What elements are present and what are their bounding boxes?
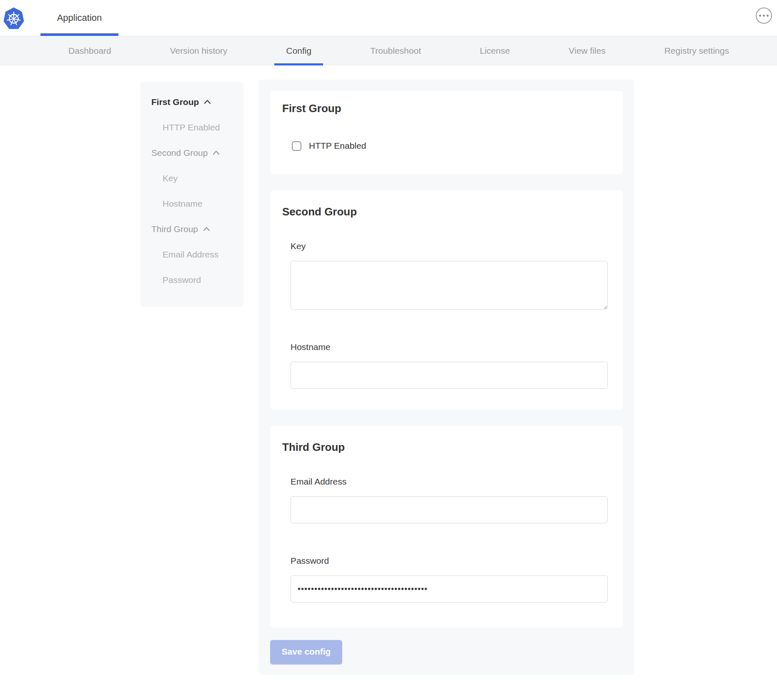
- tab-version-history[interactable]: Version history: [158, 36, 239, 65]
- key-label: Key: [291, 241, 608, 251]
- app-tab-application[interactable]: Application: [40, 0, 118, 36]
- sidebar-item-second-group[interactable]: Second Group: [151, 140, 243, 165]
- group-title: First Group: [282, 102, 623, 115]
- hostname-input[interactable]: [291, 362, 608, 389]
- email-address-input[interactable]: [291, 496, 608, 523]
- more-menu-button[interactable]: [756, 8, 772, 24]
- app-header: Application: [0, 0, 777, 36]
- tab-registry-settings[interactable]: Registry settings: [653, 36, 741, 65]
- email-address-field: Email Address: [291, 477, 608, 523]
- sidebar-item-label: Key: [163, 173, 178, 183]
- sidebar-item-first-group[interactable]: First Group: [151, 89, 243, 115]
- group-title: Third Group: [282, 441, 623, 453]
- config-page: First Group HTTP Enabled Second Group Ke…: [0, 65, 777, 700]
- hostname-label: Hostname: [291, 342, 608, 352]
- http-enabled-label[interactable]: HTTP Enabled: [309, 141, 366, 151]
- http-enabled-field: HTTP Enabled: [292, 141, 623, 151]
- config-sidebar: First Group HTTP Enabled Second Group Ke…: [140, 82, 243, 307]
- tab-config[interactable]: Config: [274, 36, 323, 65]
- app-subnav: Dashboard Version history Config Trouble…: [0, 36, 777, 65]
- chevron-up-icon: [204, 100, 211, 104]
- tab-license[interactable]: License: [468, 36, 521, 65]
- key-textarea[interactable]: [291, 261, 608, 310]
- http-enabled-checkbox[interactable]: [292, 141, 301, 151]
- hostname-field: Hostname: [291, 342, 608, 389]
- sidebar-group-label: Third Group: [151, 224, 198, 234]
- app-tab-label: Application: [57, 12, 102, 23]
- tab-troubleshoot[interactable]: Troubleshoot: [358, 36, 433, 65]
- password-field: Password: [291, 556, 608, 602]
- sidebar-group-label: First Group: [151, 97, 199, 107]
- tab-dashboard[interactable]: Dashboard: [57, 36, 123, 65]
- tab-view-files[interactable]: View files: [557, 36, 617, 65]
- sidebar-item-key[interactable]: Key: [151, 165, 243, 191]
- sidebar-item-hostname[interactable]: Hostname: [151, 191, 243, 216]
- chevron-up-icon: [213, 150, 220, 155]
- chevron-up-icon: [203, 227, 210, 231]
- sidebar-item-label: Email Address: [163, 250, 218, 260]
- password-label: Password: [291, 556, 608, 566]
- sidebar-item-label: HTTP Enabled: [163, 122, 220, 132]
- password-input[interactable]: [291, 575, 608, 602]
- sidebar-item-password[interactable]: Password: [151, 267, 243, 292]
- sidebar-item-label: Password: [163, 275, 201, 285]
- sidebar-group-label: Second Group: [151, 148, 208, 158]
- sidebar-item-third-group[interactable]: Third Group: [151, 216, 243, 242]
- sidebar-item-label: Hostname: [163, 199, 203, 209]
- sidebar-item-email-address[interactable]: Email Address: [151, 242, 243, 267]
- group-title: Second Group: [282, 205, 623, 218]
- sidebar-item-http-enabled[interactable]: HTTP Enabled: [151, 115, 243, 140]
- save-config-button[interactable]: Save config: [270, 640, 342, 663]
- email-address-label: Email Address: [291, 477, 608, 487]
- config-group-third: Third Group Email Address Password: [270, 426, 623, 628]
- config-group-second: Second Group Key Hostname: [270, 190, 623, 410]
- config-group-first: First Group HTTP Enabled: [270, 91, 623, 174]
- ellipsis-icon: [759, 15, 761, 17]
- config-form-area: First Group HTTP Enabled Second Group Ke…: [258, 80, 634, 675]
- key-field: Key: [291, 241, 608, 310]
- kubernetes-logo-icon: [3, 8, 24, 30]
